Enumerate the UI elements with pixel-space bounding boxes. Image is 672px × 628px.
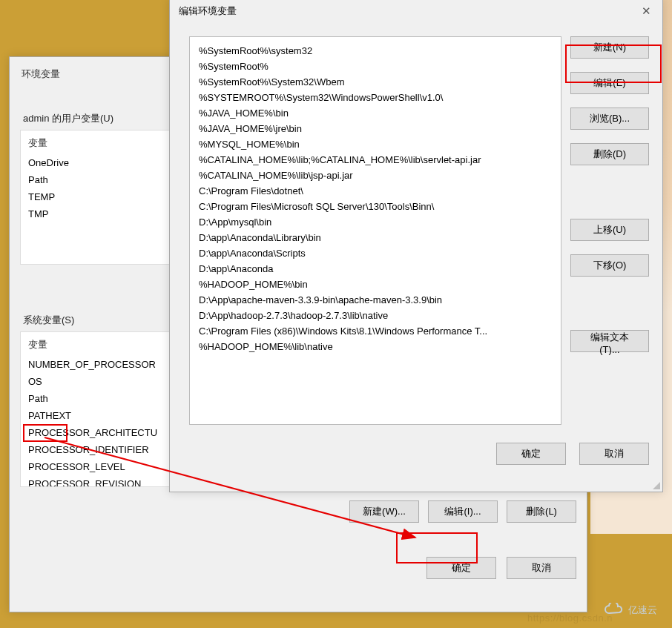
path-item[interactable]: %SYSTEMROOT%\System32\WindowsPowerShell\… (190, 90, 561, 105)
browse-path-button[interactable]: 浏览(B)... (570, 108, 649, 130)
edit-sysvar-button[interactable]: 编辑(I)... (428, 500, 498, 523)
new-sysvar-button[interactable]: 新建(W)... (349, 500, 419, 523)
path-item[interactable]: %SystemRoot%\system32 (190, 43, 561, 59)
sys-vars-buttons: 新建(W)... 编辑(I)... 删除(L) (20, 500, 576, 523)
ok-button[interactable]: 确定 (496, 443, 566, 465)
cloud-icon (603, 603, 625, 618)
path-item[interactable]: D:\app\Anaconda (190, 261, 561, 277)
edit-dialog-title: 编辑环境变量 (179, 4, 237, 18)
path-item[interactable]: %HADOOP_HOME%\bin (190, 277, 561, 292)
edit-path-button[interactable]: 编辑(E) (570, 72, 649, 94)
cancel-button[interactable]: 取消 (507, 557, 576, 579)
path-values-list[interactable]: %SystemRoot%\system32 %SystemRoot% %Syst… (189, 36, 561, 425)
path-item[interactable]: D:\App\mysql\bin (190, 214, 561, 230)
path-item[interactable]: D:\App\hadoop-2.7.3\hadoop-2.7.3\lib\nat… (190, 308, 561, 323)
path-item[interactable]: C:\Program Files\dotnet\ (190, 183, 561, 199)
path-item[interactable]: C:\Program Files (x86)\Windows Kits\8.1\… (190, 323, 561, 339)
path-item[interactable]: %JAVA_HOME%\jre\bin (190, 121, 561, 136)
env-vars-dialog-title: 环境变量 (22, 67, 60, 81)
path-item[interactable]: %HADOOP_HOME%\lib\native (190, 339, 561, 354)
path-item[interactable]: %MYSQL_HOME%\bin (190, 136, 561, 152)
resize-grip-icon[interactable] (650, 480, 661, 490)
edit-dialog-footer: 确定 取消 (170, 425, 662, 465)
path-item[interactable]: %SystemRoot%\System32\Wbem (190, 74, 561, 90)
delete-sysvar-button[interactable]: 删除(L) (507, 500, 576, 523)
path-item[interactable]: D:\App\apache-maven-3.3.9-bin\apache-mav… (190, 292, 561, 308)
new-path-button[interactable]: 新建(N) (570, 36, 649, 59)
delete-path-button[interactable]: 删除(D) (570, 143, 649, 165)
watermark-brand: 亿速云 (603, 603, 657, 618)
edit-text-button[interactable]: 编辑文本(T)... (570, 330, 649, 352)
close-icon[interactable]: ✕ (630, 0, 662, 23)
path-item[interactable]: %SystemRoot% (190, 59, 561, 74)
edit-dialog-side-buttons: 新建(N) 编辑(E) 浏览(B)... 删除(D) 上移(U) 下移(O) 编… (570, 36, 649, 425)
cancel-button[interactable]: 取消 (579, 443, 649, 465)
path-item[interactable]: D:\app\Anaconda\Library\bin (190, 230, 561, 245)
path-item[interactable]: %CATALINA_HOME%\lib\jsp-api.jar (190, 168, 561, 183)
path-item[interactable]: %CATALINA_HOME%\lib;%CATALINA_HOME%\lib\… (190, 152, 561, 168)
path-item[interactable]: C:\Program Files\Microsoft SQL Server\13… (190, 199, 561, 214)
path-item[interactable]: %JAVA_HOME%\bin (190, 105, 561, 121)
edit-dialog-titlebar: 编辑环境变量 ✕ (170, 0, 662, 23)
edit-path-dialog: 编辑环境变量 ✕ %SystemRoot%\system32 %SystemRo… (169, 0, 663, 492)
ok-button[interactable]: 确定 (426, 557, 496, 579)
watermark-url: https://blog.csdn.n (527, 612, 613, 624)
path-item[interactable]: D:\app\Anaconda\Scripts (190, 245, 561, 261)
env-dialog-footer: 确定 取消 (20, 557, 576, 579)
move-up-button[interactable]: 上移(U) (570, 219, 649, 241)
move-down-button[interactable]: 下移(O) (570, 254, 649, 277)
